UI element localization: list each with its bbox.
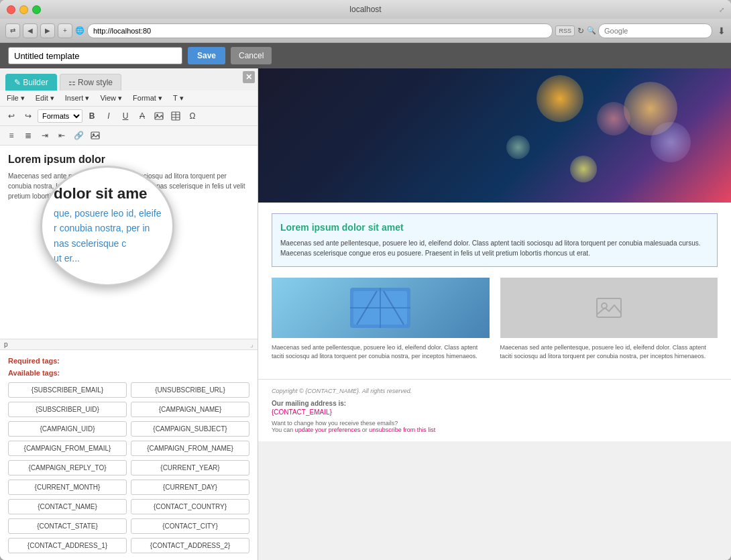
unsubscribe-link[interactable]: unsubscribe from this list xyxy=(369,427,435,433)
browser-toolbar: ⇄ ◀ ▶ + 🌐 RSS ↻ 🔍 ⬇ xyxy=(0,19,731,43)
tag-contact-address-1[interactable]: {CONTACT_ADDRESS_1} xyxy=(8,538,127,553)
svg-point-1 xyxy=(156,114,158,116)
italic-icon[interactable]: I xyxy=(101,109,116,123)
tag-campaign-uid[interactable]: {CAMPAIGN_UID} xyxy=(8,421,127,437)
tag-campaign-reply-to[interactable]: {CAMPAIGN_REPLY_TO} xyxy=(8,460,127,475)
cancel-button[interactable]: Cancel xyxy=(231,47,272,64)
left-panel: ✕ ✎ Builder ⚏ Row style File ▾ Edit ▾ In… xyxy=(0,68,258,560)
resize-icon: ⤢ xyxy=(719,6,724,13)
two-col-section: Maecenas sed ante pellentesque, posuere … xyxy=(272,278,718,360)
underline-icon[interactable]: U xyxy=(118,109,133,123)
bokeh-5 xyxy=(537,75,583,122)
menu-t[interactable]: T ▾ xyxy=(170,93,186,104)
highlight-body: Maecenas sed ante pellentesque, posuere … xyxy=(280,238,709,258)
app-toolbar: Save Cancel xyxy=(0,43,731,68)
redo-icon[interactable]: ↪ xyxy=(21,109,36,123)
col-item-2: Maecenas sed ante pellentesque, posuere … xyxy=(500,278,718,360)
left-panel-inner: ✕ ✎ Builder ⚏ Row style File ▾ Edit ▾ In… xyxy=(0,68,258,560)
tags-section: Required tags: Available tags: {SUBSCRIB… xyxy=(0,349,258,560)
menu-file[interactable]: File ▾ xyxy=(4,93,27,104)
close-button[interactable] xyxy=(7,5,15,14)
menu-format[interactable]: Format ▾ xyxy=(130,93,165,104)
placeholder-icon-svg xyxy=(596,294,622,321)
magnifier-overlay: dolor sit ame que, posuere leo id, eleif… xyxy=(40,166,174,286)
strikethrough-icon[interactable]: A xyxy=(135,109,150,123)
tag-contact-city[interactable]: {CONTACT_CITY} xyxy=(131,518,249,534)
tag-current-year[interactable]: {CURRENT_YEAR} xyxy=(131,460,249,475)
image2-icon[interactable] xyxy=(88,128,103,143)
available-tags-label: Available tags: xyxy=(8,369,249,377)
refresh-button[interactable]: ↻ xyxy=(577,26,584,36)
save-button[interactable]: Save xyxy=(188,47,225,64)
panel-tabs: ✎ Builder ⚏ Row style xyxy=(0,68,258,91)
link-icon[interactable]: 🔗 xyxy=(71,128,86,143)
svg-point-7 xyxy=(93,133,95,135)
unordered-list-icon[interactable]: ≡ xyxy=(4,128,19,143)
menu-view[interactable]: View ▾ xyxy=(97,93,125,104)
col-item-1: Maecenas sed ante pellentesque, posuere … xyxy=(272,278,490,360)
outdent-icon[interactable]: ⇤ xyxy=(54,128,69,143)
app-window: localhost ⤢ ⇄ ◀ ▶ + 🌐 RSS ↻ 🔍 ⬇ Save Can… xyxy=(0,0,731,560)
ordered-list-icon[interactable]: ≣ xyxy=(21,128,36,143)
tab-row-style[interactable]: ⚏ Row style xyxy=(60,74,121,91)
editor-content[interactable]: Lorem ipsum dolor Maecenas sed ante pell… xyxy=(0,146,258,339)
col1-image xyxy=(272,278,490,338)
indent-icon[interactable]: ⇥ xyxy=(38,128,52,143)
tag-contact-name[interactable]: {CONTACT_NAME} xyxy=(8,499,127,514)
url-bar-wrapper: 🌐 RSS ↻ xyxy=(75,23,584,38)
image-icon[interactable] xyxy=(152,109,166,123)
bokeh-3 xyxy=(651,122,691,162)
tag-current-month[interactable]: {CURRENT_MONTH} xyxy=(8,480,127,495)
tag-contact-state[interactable]: {CONTACT_STATE} xyxy=(8,518,127,534)
back-button[interactable]: ⇄ xyxy=(5,23,20,38)
search-input[interactable] xyxy=(598,23,712,38)
bold-icon[interactable]: B xyxy=(85,109,99,123)
editor-toolbar-row2: ≡ ≣ ⇥ ⇤ 🔗 xyxy=(0,126,258,146)
col2-text: Maecenas sed ante pellentesque, posuere … xyxy=(500,343,718,360)
tag-campaign-from-email[interactable]: {CAMPAIGN_FROM_EMAIL} xyxy=(8,441,127,456)
titlebar: localhost ⤢ xyxy=(0,0,731,19)
editor-toolbar-row1: ↩ ↪ Formats B I U A Ω xyxy=(0,107,258,126)
tag-subscriber-email[interactable]: {SUBSCRIBER_EMAIL} xyxy=(8,382,127,398)
window-title: localhost xyxy=(349,5,381,14)
tag-campaign-subject[interactable]: {CAMPAIGN_SUBJECT} xyxy=(131,421,249,437)
download-icon[interactable]: ⬇ xyxy=(718,25,726,36)
new-tab-button[interactable]: + xyxy=(58,23,72,38)
special-char-icon[interactable]: Ω xyxy=(185,109,200,123)
url-input[interactable] xyxy=(87,23,553,38)
required-tags-label: Required tags: xyxy=(8,357,249,365)
back-arrow[interactable]: ◀ xyxy=(23,23,38,38)
tab-builder[interactable]: ✎ Builder xyxy=(5,74,57,91)
resize-handle[interactable]: ⌟ xyxy=(250,341,254,348)
rss-button[interactable]: RSS xyxy=(555,25,575,36)
tag-subscriber-uid[interactable]: {SUBSCRIBER_UID} xyxy=(8,402,127,417)
format-select[interactable]: Formats xyxy=(38,109,82,123)
update-preferences-link[interactable]: update your preferences xyxy=(295,427,361,433)
tag-contact-address-2[interactable]: {CONTACT_ADDRESS_2} xyxy=(131,538,249,553)
highlight-heading: Lorem ipsum dolor sit amet xyxy=(280,222,709,233)
tag-contact-country[interactable]: {CONTACT_COUNTRY} xyxy=(131,499,249,514)
email-preview: Lorem ipsum dolor sit amet Maecenas sed … xyxy=(258,68,731,441)
editor-menubar: File ▾ Edit ▾ Insert ▾ View ▾ Format ▾ T… xyxy=(0,91,258,107)
highlight-box: Lorem ipsum dolor sit amet Maecenas sed … xyxy=(272,213,718,267)
status-bar: p ⌟ xyxy=(0,339,258,349)
tag-campaign-from-name[interactable]: {CAMPAIGN_FROM_NAME} xyxy=(131,441,249,456)
preferences-label: Want to change how you receive these ema… xyxy=(272,420,398,427)
table-icon[interactable] xyxy=(168,109,183,123)
menu-edit[interactable]: Edit ▾ xyxy=(33,93,57,104)
col2-image xyxy=(500,278,718,338)
maximize-button[interactable] xyxy=(32,5,41,14)
undo-icon[interactable]: ↩ xyxy=(4,109,19,123)
template-name-input[interactable] xyxy=(8,47,182,64)
main-layout: ✕ ✎ Builder ⚏ Row style File ▾ Edit ▾ In… xyxy=(0,68,731,560)
right-panel: Lorem ipsum dolor sit amet Maecenas sed … xyxy=(258,68,731,560)
tag-campaign-name[interactable]: {CAMPAIGN_NAME} xyxy=(131,402,249,417)
close-panel-button[interactable]: ✕ xyxy=(243,71,255,83)
globe-icon: 🌐 xyxy=(75,26,85,35)
menu-insert[interactable]: Insert ▾ xyxy=(62,93,93,104)
tag-unsubscribe-url[interactable]: {UNSUBSCRIBE_URL} xyxy=(131,382,249,398)
minimize-button[interactable] xyxy=(19,5,28,14)
forward-arrow[interactable]: ▶ xyxy=(40,23,55,38)
footer-contact-email[interactable]: {CONTACT_EMAIL} xyxy=(272,408,332,416)
tag-current-day[interactable]: {CURRENT_DAY} xyxy=(131,480,249,495)
